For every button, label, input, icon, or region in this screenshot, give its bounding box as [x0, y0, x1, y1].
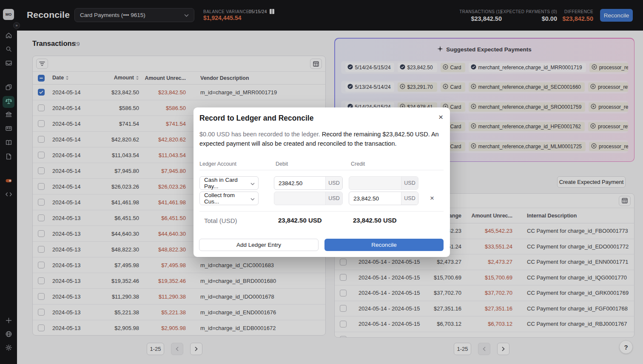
total-label: Total (USD) — [204, 217, 237, 224]
add-ledger-entry-button[interactable]: Add Ledger Entry — [199, 239, 319, 251]
total-credit: 23,842.50 USD — [353, 217, 397, 224]
label-ledger-account: Ledger Account — [199, 161, 236, 167]
record-to-ledger-modal: Record to Ledger and Reconcile × $0.00 U… — [193, 107, 450, 257]
modal-title: Record to Ledger and Reconcile — [199, 114, 313, 123]
ledger-entry-row: Cash in Card Pay... 23842.50USD USD — [199, 176, 426, 190]
chevron-down-icon — [250, 195, 255, 202]
label-credit: Credit — [351, 161, 365, 167]
reconcile-modal-button[interactable]: Reconcile — [324, 239, 444, 251]
currency-suffix: USD — [325, 177, 342, 189]
modal-message-recorded: $0.00 USD has been recorded to the ledge… — [199, 131, 320, 138]
currency-suffix: USD — [401, 177, 418, 189]
currency-suffix: USD — [401, 192, 418, 205]
divider — [199, 211, 444, 212]
modal-message: $0.00 USD has been recorded to the ledge… — [199, 130, 442, 148]
debit-input[interactable]: 23842.50USD — [274, 176, 343, 190]
ledger-entry-row: Collect from Cus... USD 23,842.50USD × — [199, 192, 438, 205]
label-debit: Debit — [276, 161, 288, 167]
chevron-down-icon — [250, 180, 255, 186]
debit-input[interactable]: USD — [274, 192, 343, 205]
total-debit: 23,842.50 USD — [278, 217, 322, 224]
close-icon[interactable]: × — [438, 113, 443, 121]
ledger-account-select[interactable]: Collect from Cus... — [199, 192, 259, 205]
ledger-account-select[interactable]: Cash in Card Pay... — [199, 176, 259, 190]
credit-input[interactable]: USD — [349, 176, 418, 190]
divider — [199, 170, 444, 170]
credit-input[interactable]: 23,842.50USD — [349, 192, 418, 205]
currency-suffix: USD — [325, 192, 342, 205]
remove-entry-icon[interactable]: × — [426, 194, 438, 203]
